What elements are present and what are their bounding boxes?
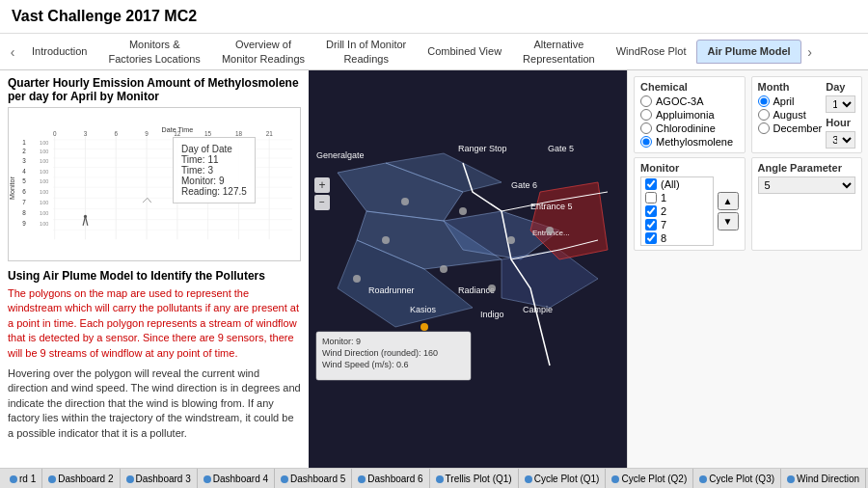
status-dot-6: [358, 475, 366, 483]
svg-point-73: [507, 236, 515, 244]
svg-point-78: [420, 323, 428, 331]
status-dot-11: [787, 475, 795, 483]
tab-combined-view[interactable]: Combined View: [417, 40, 512, 63]
chart-title: Quarter Hourly Emission Amount of Methyl…: [8, 76, 301, 103]
svg-text:Wind Speed (m/s): 0.6: Wind Speed (m/s): 0.6: [322, 360, 409, 369]
status-dashboard1[interactable]: rd 1: [4, 469, 42, 488]
chemical-radio-group: AGOC-3A Appluimonia Chlorodinine Methylo…: [640, 95, 739, 148]
right-panel: Generalgate Ranger Stop Gate 5 Gate 6 En…: [309, 70, 868, 468]
status-dot-2: [48, 475, 56, 483]
description-panel: Using Air Plume Model to Identify the Po…: [8, 269, 301, 441]
status-label-11: Wind Direction: [797, 474, 859, 484]
description-para2: Hovering over the polygon will reveal th…: [8, 366, 301, 441]
svg-text:9: 9: [22, 220, 26, 227]
tab-air-plume[interactable]: Air Plume Model: [696, 40, 800, 63]
status-trellis[interactable]: Trellis Plot (Q1): [430, 469, 519, 488]
monitor-1[interactable]: 1: [641, 191, 713, 204]
month-day-section: Month April August December: [751, 76, 863, 153]
status-dot-9: [611, 475, 619, 483]
chemical-appluimonia[interactable]: Appluimonia: [640, 109, 739, 121]
day-label: Day: [826, 81, 855, 93]
tab-alternative[interactable]: AlternativeRepresentation: [512, 33, 606, 70]
svg-text:Kasios: Kasios: [410, 305, 437, 314]
svg-text:Monitor: 9: Monitor: 9: [322, 337, 361, 346]
status-dashboard4[interactable]: Dashboard 4: [198, 469, 275, 488]
status-dashboard5[interactable]: Dashboard 5: [275, 469, 352, 488]
svg-text:100: 100: [40, 200, 48, 205]
svg-text:Wind Direction (rounded): 160: Wind Direction (rounded): 160: [322, 348, 438, 358]
monitor-7[interactable]: 7: [641, 218, 713, 231]
status-dashboard3[interactable]: Dashboard 3: [121, 469, 198, 488]
svg-text:3: 3: [22, 157, 26, 164]
nav-right-arrow[interactable]: ›: [801, 44, 819, 60]
tab-monitors-factories[interactable]: Monitors &Factories Locations: [97, 33, 210, 70]
monitor-8[interactable]: 8: [641, 231, 713, 245]
svg-text:2: 2: [22, 148, 26, 154]
chemical-chlorodinine[interactable]: Chlorodinine: [640, 122, 739, 134]
main-content: Quarter Hourly Emission Amount of Methyl…: [0, 70, 868, 468]
svg-text:−: −: [319, 197, 325, 207]
status-label-9: Cycle Plot (Q2): [621, 474, 687, 484]
tab-drill-in[interactable]: Drill In of MonitorReadings: [315, 33, 417, 70]
svg-point-49: [84, 215, 87, 218]
status-dot-8: [525, 475, 532, 483]
svg-text:Monitor: Monitor: [9, 176, 16, 199]
monitor-2[interactable]: 2: [641, 204, 713, 218]
status-label-4: Dashboard 4: [213, 474, 268, 484]
status-dashboard2[interactable]: Dashboard 2: [42, 469, 120, 488]
svg-text:100: 100: [40, 149, 48, 154]
svg-text:Indigo: Indigo: [480, 310, 504, 319]
status-dot-1: [10, 475, 17, 483]
svg-text:6: 6: [114, 130, 118, 137]
nav-left-arrow[interactable]: ‹: [4, 44, 21, 60]
svg-point-75: [353, 275, 361, 283]
status-dashboard6[interactable]: Dashboard 6: [352, 469, 429, 488]
chemical-section: Chemical AGOC-3A Appluimonia Chlorodinin…: [634, 76, 746, 153]
monitor-all[interactable]: (All): [641, 177, 713, 191]
chemical-methylosmolene[interactable]: Methylosmolene: [640, 136, 739, 148]
month-december[interactable]: December: [758, 122, 823, 134]
svg-text:4: 4: [22, 168, 26, 175]
status-cycle-q2[interactable]: Cycle Plot (Q2): [606, 469, 693, 488]
angle-section: Angle Parameter 5: [751, 157, 863, 251]
nav-tabs-bar: ‹ Introduction Monitors &Factories Locat…: [0, 34, 868, 70]
tab-overview[interactable]: Overview ofMonitor Readings: [211, 33, 315, 70]
hour-label: Hour: [826, 117, 855, 128]
hour-select[interactable]: 3: [826, 131, 855, 149]
svg-text:21: 21: [266, 130, 274, 137]
tab-windrose[interactable]: WindRose Plot: [606, 40, 697, 63]
status-cycle-q3[interactable]: Cycle Plot (Q3): [693, 469, 781, 488]
status-cycle-q1[interactable]: Cycle Plot (Q1): [519, 469, 607, 488]
svg-text:100: 100: [40, 140, 48, 146]
map-area[interactable]: Generalgate Ranger Stop Gate 5 Gate 6 En…: [309, 70, 627, 468]
svg-text:Gate 6: Gate 6: [511, 180, 537, 190]
title-text: Vast Challenge 2017 MC2: [12, 8, 197, 24]
svg-point-77: [488, 285, 496, 292]
angle-select[interactable]: 5: [758, 176, 856, 194]
monitor-scroll-down[interactable]: ▼: [718, 212, 739, 230]
svg-text:Campie: Campie: [523, 305, 553, 314]
status-dot-10: [699, 475, 707, 483]
monitor-label: Monitor: [640, 162, 739, 174]
status-label-10: Cycle Plot (Q3): [709, 474, 774, 484]
monitor-section: Monitor (All) 1 2: [634, 157, 746, 251]
status-wind-direction[interactable]: Wind Direction: [781, 469, 866, 488]
svg-text:100: 100: [40, 169, 48, 175]
app-title: Vast Challenge 2017 MC2: [0, 0, 868, 34]
tab-introduction[interactable]: Introduction: [21, 40, 97, 63]
status-label-6: Dashboard 6: [367, 474, 422, 484]
svg-text:0: 0: [53, 130, 57, 137]
month-april[interactable]: April: [758, 95, 823, 107]
svg-text:+: +: [318, 178, 325, 192]
status-label-7: Trellis Plot (Q1): [446, 474, 512, 484]
month-august[interactable]: August: [758, 109, 823, 121]
status-dot-5: [281, 475, 288, 483]
monitor-scroll-up[interactable]: ▲: [718, 192, 739, 210]
day-select[interactable]: 11: [826, 95, 855, 113]
chart-container[interactable]: Date Time Monitor 0 3 6 9 12 15 18: [8, 107, 301, 261]
svg-text:Gate 5: Gate 5: [548, 144, 574, 153]
svg-text:Ranger Stop: Ranger Stop: [458, 144, 507, 153]
chemical-agoc[interactable]: AGOC-3A: [640, 95, 739, 107]
month-label: Month: [758, 81, 823, 93]
svg-text:Roadrunner: Roadrunner: [368, 285, 415, 295]
